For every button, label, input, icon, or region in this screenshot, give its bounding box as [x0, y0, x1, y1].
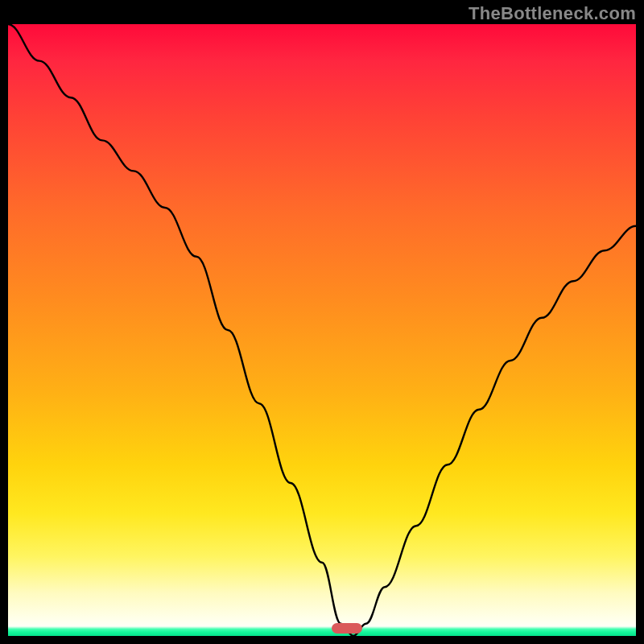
plot-frame [8, 24, 636, 636]
bottleneck-curve-path [8, 24, 636, 636]
bottleneck-curve [8, 24, 636, 636]
watermark-text: TheBottleneck.com [469, 3, 636, 24]
chart-stage: TheBottleneck.com [0, 0, 644, 644]
optimal-marker [332, 623, 362, 634]
